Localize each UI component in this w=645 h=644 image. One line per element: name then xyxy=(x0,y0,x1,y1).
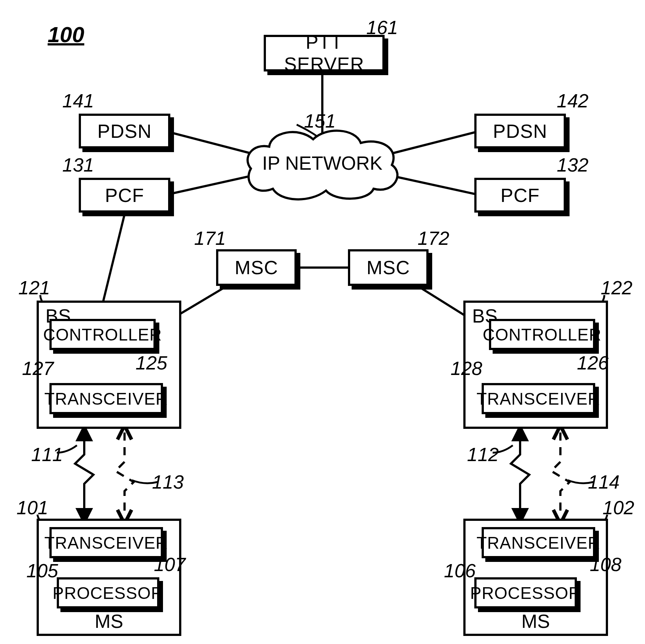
node-pdsn-left: PDSN xyxy=(79,114,170,148)
node-controller-right: CONTROLLER xyxy=(489,319,595,350)
ref-bs-right: 122 xyxy=(601,277,633,299)
ref-transceiver-bs-left: 127 xyxy=(22,357,54,379)
ref-transceiver-ms-left: 107 xyxy=(154,553,186,575)
node-pcf-right: PCF xyxy=(474,178,566,213)
ref-link-114: 114 xyxy=(588,471,620,493)
ref-pdsn-right: 142 xyxy=(557,90,589,112)
ref-cloud: 151 xyxy=(304,110,336,132)
node-processor-left: PROCESSOR xyxy=(57,577,159,608)
ref-msc-right: 172 xyxy=(418,227,449,249)
node-pdsn-right: PDSN xyxy=(474,114,566,148)
node-ptt-server: PTT SERVER xyxy=(264,35,385,71)
ref-bs-left: 121 xyxy=(18,277,50,299)
ref-processor-left: 105 xyxy=(26,560,58,582)
node-msc-left: MSC xyxy=(216,249,297,286)
node-transceiver-bs-left: TRANSCEIVER xyxy=(49,383,163,414)
node-pcf-left: PCF xyxy=(79,178,170,213)
ref-processor-right: 106 xyxy=(444,560,476,582)
ref-ptt: 161 xyxy=(366,16,398,38)
ref-ms-right: 102 xyxy=(603,497,634,519)
ref-pcf-right: 132 xyxy=(557,154,589,176)
ref-link-112: 112 xyxy=(467,444,499,465)
node-msc-right: MSC xyxy=(348,249,429,286)
ref-pcf-left: 131 xyxy=(62,154,94,176)
ref-controller-right: 126 xyxy=(577,352,609,374)
ref-transceiver-bs-right: 128 xyxy=(451,357,482,379)
node-ip-network-cloud: IP NETWORK xyxy=(240,123,405,203)
ref-msc-left: 171 xyxy=(194,227,226,249)
cloud-label: IP NETWORK xyxy=(240,152,405,174)
ref-transceiver-ms-right: 108 xyxy=(590,553,622,575)
node-transceiver-ms-right: TRANSCEIVER xyxy=(482,527,595,558)
ref-link-113: 113 xyxy=(152,471,184,493)
ms-right-title: MS xyxy=(466,610,606,632)
node-processor-right: PROCESSOR xyxy=(474,577,577,608)
ref-link-111: 111 xyxy=(31,444,63,465)
node-controller-left: CONTROLLER xyxy=(49,319,156,350)
ref-ms-left: 101 xyxy=(16,497,48,519)
node-transceiver-ms-left: TRANSCEIVER xyxy=(49,527,163,558)
ms-left-title: MS xyxy=(39,610,179,632)
ref-controller-left: 125 xyxy=(136,352,167,374)
figure-number: 100 xyxy=(48,22,84,47)
node-transceiver-bs-right: TRANSCEIVER xyxy=(482,383,595,414)
ref-pdsn-left: 141 xyxy=(62,90,94,112)
